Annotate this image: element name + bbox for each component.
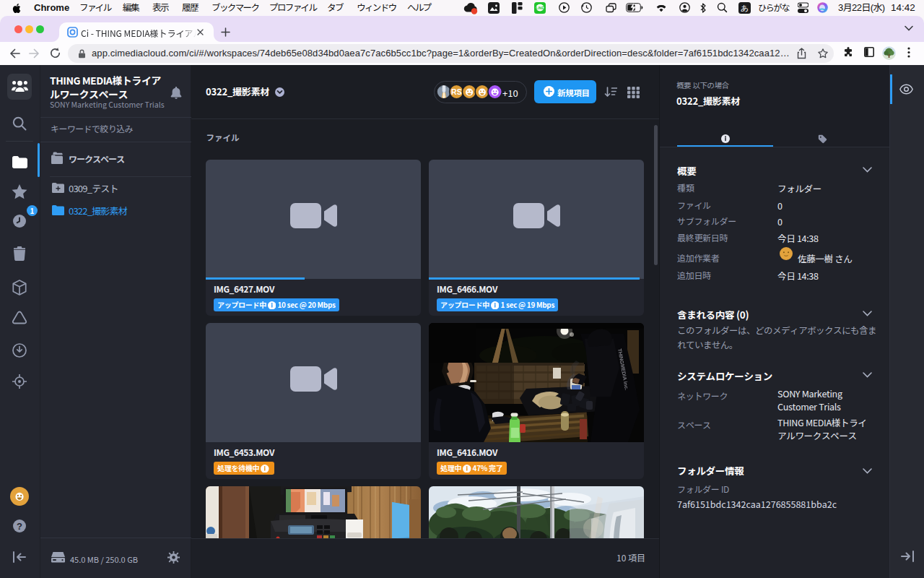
svg-text:あ: あ [741,2,749,13]
svg-text:LINE: LINE [536,7,544,10]
svg-text:?: ? [17,521,22,532]
svg-text:RS: RS [451,87,462,96]
